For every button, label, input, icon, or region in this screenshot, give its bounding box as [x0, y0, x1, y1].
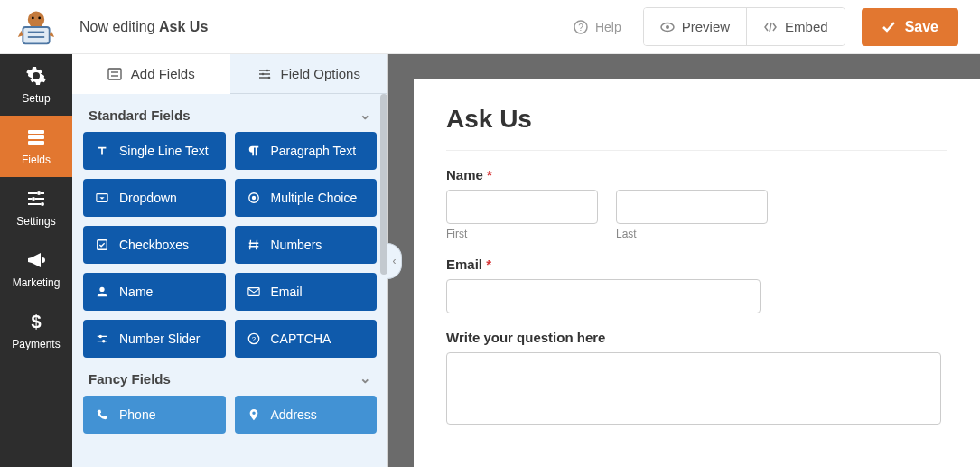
- eye-icon: [660, 20, 675, 34]
- dollar-icon: $: [25, 311, 47, 332]
- field-captcha[interactable]: ?CAPTCHA: [235, 320, 378, 358]
- check-icon: [882, 20, 896, 34]
- field-email[interactable]: Email: [235, 273, 378, 311]
- section-standard-fields[interactable]: Standard Fields ⌄: [83, 94, 377, 132]
- svg-point-27: [99, 287, 104, 292]
- preview-embed-group: Preview Embed: [643, 7, 845, 46]
- list-icon: [25, 126, 47, 148]
- svg-rect-10: [28, 130, 44, 134]
- paragraph-icon: [247, 145, 260, 157]
- svg-point-13: [37, 191, 41, 195]
- sliders-icon: [257, 67, 272, 81]
- radio-icon: [247, 191, 260, 204]
- form-icon: [107, 67, 122, 81]
- field-multiple-choice[interactable]: Multiple Choice: [235, 179, 378, 217]
- preview-button[interactable]: Preview: [644, 8, 746, 45]
- svg-point-0: [28, 11, 44, 27]
- svg-point-2: [38, 16, 41, 19]
- svg-point-25: [251, 196, 255, 200]
- svg-text:$: $: [31, 312, 41, 332]
- nav-label: Settings: [16, 215, 55, 228]
- section-fancy-fields[interactable]: Fancy Fields ⌄: [83, 358, 377, 396]
- field-name[interactable]: Name: [83, 273, 226, 311]
- scrollbar-thumb[interactable]: [380, 94, 387, 275]
- phone-icon: [96, 408, 108, 421]
- nav-label: Marketing: [13, 276, 61, 289]
- caret-icon: [96, 191, 108, 204]
- scrollbar-track[interactable]: [380, 94, 387, 467]
- first-sublabel: First: [446, 228, 598, 240]
- top-bar: Now editing Ask Us ? Help Preview Embed …: [0, 0, 980, 54]
- question-textarea[interactable]: [446, 352, 941, 425]
- nav-setup[interactable]: Setup: [0, 54, 72, 116]
- question-icon: ?: [247, 332, 260, 345]
- nav-payments[interactable]: $ Payments: [0, 300, 72, 361]
- svg-point-20: [266, 69, 268, 71]
- svg-point-15: [41, 202, 44, 206]
- chevron-down-icon: ⌄: [359, 370, 371, 387]
- svg-point-9: [666, 25, 669, 29]
- slider-icon: [96, 332, 108, 345]
- embed-button[interactable]: Embed: [746, 8, 845, 45]
- user-icon: [96, 285, 108, 298]
- tab-field-options[interactable]: Field Options: [230, 54, 388, 94]
- nav-fields[interactable]: Fields: [0, 116, 72, 177]
- field-checkboxes[interactable]: Checkboxes: [83, 226, 226, 264]
- sliders-icon: [25, 188, 47, 210]
- field-number-slider[interactable]: Number Slider: [83, 320, 226, 358]
- panel-body: Standard Fields ⌄ Single Line Text Parag…: [72, 94, 387, 467]
- pin-icon: [247, 408, 260, 421]
- svg-rect-28: [247, 288, 258, 296]
- question-label: Write your question here: [446, 330, 947, 345]
- panel-tabs: Add Fields Field Options: [72, 54, 387, 94]
- text-icon: [96, 145, 108, 157]
- name-label: Name *: [446, 167, 947, 182]
- wpforms-logo: [16, 7, 56, 47]
- code-icon: [763, 20, 778, 34]
- svg-text:?: ?: [578, 23, 583, 33]
- svg-point-32: [102, 340, 106, 343]
- email-label: Email *: [446, 257, 947, 272]
- logo-slot: [0, 7, 72, 47]
- field-dropdown[interactable]: Dropdown: [83, 179, 226, 217]
- svg-rect-17: [108, 69, 121, 79]
- nav-settings[interactable]: Settings: [0, 177, 72, 238]
- svg-rect-11: [28, 135, 44, 139]
- email-input[interactable]: [446, 279, 761, 313]
- svg-point-14: [32, 197, 35, 201]
- first-name-input[interactable]: [446, 190, 598, 224]
- help-icon: ?: [574, 20, 588, 34]
- nav-label: Fields: [22, 154, 51, 166]
- field-numbers[interactable]: Numbers: [235, 226, 378, 264]
- svg-point-22: [267, 76, 270, 79]
- svg-rect-12: [28, 141, 44, 145]
- gear-icon: [25, 65, 47, 87]
- megaphone-icon: [25, 249, 47, 271]
- field-phone[interactable]: Phone: [83, 396, 226, 434]
- chevron-left-icon: ‹: [393, 255, 397, 267]
- nav-label: Setup: [22, 92, 50, 105]
- nav-label: Payments: [12, 338, 60, 350]
- save-button[interactable]: Save: [862, 8, 958, 46]
- field-single-line-text[interactable]: Single Line Text: [83, 132, 226, 170]
- preview-area: Ask Us Name * First Last Email * Write y…: [388, 54, 980, 467]
- chevron-down-icon: ⌄: [359, 107, 371, 123]
- svg-text:?: ?: [251, 335, 256, 343]
- last-sublabel: Last: [616, 228, 768, 240]
- nav-marketing[interactable]: Marketing: [0, 238, 72, 300]
- envelope-icon: [247, 285, 260, 298]
- checkbox-icon: [96, 238, 108, 251]
- side-panel: Add Fields Field Options Standard Fields…: [72, 54, 388, 467]
- last-name-input[interactable]: [616, 190, 768, 224]
- svg-rect-3: [23, 27, 49, 43]
- field-address[interactable]: Address: [235, 396, 378, 434]
- divider: [446, 150, 947, 151]
- tab-add-fields[interactable]: Add Fields: [72, 54, 230, 94]
- left-nav: Setup Fields Settings Marketing $ Paymen…: [0, 54, 72, 467]
- svg-point-21: [261, 72, 264, 75]
- field-paragraph-text[interactable]: Paragraph Text: [235, 132, 378, 170]
- form-title: Ask Us: [446, 105, 947, 134]
- editing-title: Now editing Ask Us: [79, 19, 208, 35]
- help-link[interactable]: ? Help: [574, 20, 621, 34]
- svg-point-30: [99, 335, 103, 339]
